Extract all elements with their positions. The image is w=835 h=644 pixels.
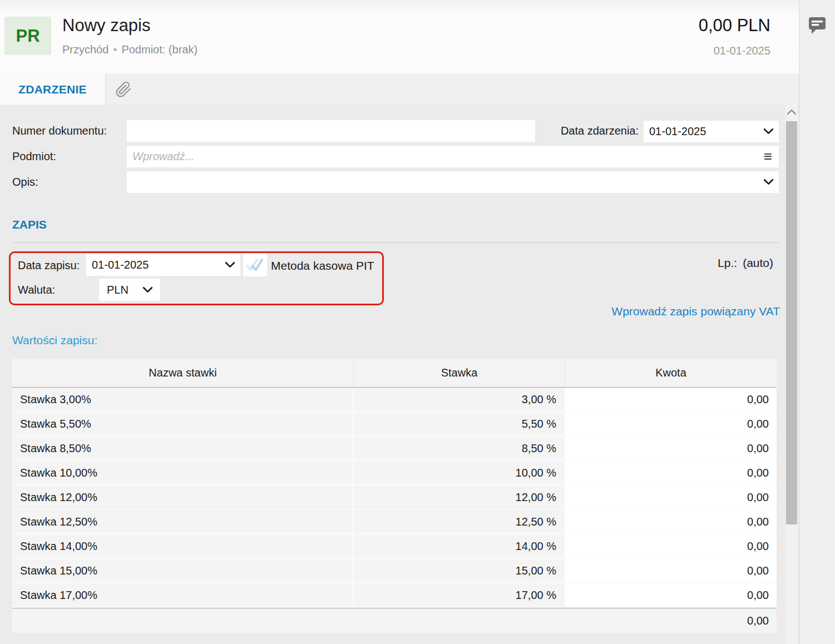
entry-date-value: 01-01-2025 xyxy=(92,254,149,276)
rate-value-cell: 10,00 % xyxy=(354,461,565,484)
rate-name-cell: Stawka 12,00% xyxy=(12,486,354,509)
table-row: Stawka 12,50%12,50 %0,00 xyxy=(12,510,777,534)
entry-date-label: Data zapisu: xyxy=(18,255,80,276)
amount-input[interactable]: 0,00 xyxy=(565,559,777,582)
column-header-amount: Kwota xyxy=(565,359,777,387)
total-amount: 0,00 PLN xyxy=(699,16,770,36)
document-number-input[interactable] xyxy=(127,120,535,142)
table-row: Stawka 15,00%15,00 %0,00 xyxy=(12,559,777,583)
hamburger-icon[interactable]: ≡ xyxy=(764,146,772,167)
app-window: PR Nowy zapis Przychód•Podmiot: (brak) 0… xyxy=(0,0,835,644)
vat-link[interactable]: Wprowadź zapis powiązany VAT xyxy=(501,305,780,318)
separator-dot: • xyxy=(113,43,117,56)
rate-value-cell: 3,00 % xyxy=(354,388,565,411)
amount-input[interactable]: 0,00 xyxy=(565,583,777,607)
entity-field[interactable]: ≡ xyxy=(127,146,779,167)
column-header-name: Nazwa stawki xyxy=(12,359,354,387)
document-number-field[interactable] xyxy=(127,120,535,142)
rate-name-cell: Stawka 3,00% xyxy=(12,388,354,411)
cash-method-checkbox[interactable] xyxy=(243,254,267,276)
table-header-row: Nazwa stawki Stawka Kwota xyxy=(12,359,777,388)
record-type-label: Przychód xyxy=(62,43,108,56)
rate-name-cell: Stawka 17,00% xyxy=(12,583,354,607)
rate-value-cell: 15,00 % xyxy=(354,559,565,582)
rate-name-cell: Stawka 8,50% xyxy=(12,437,354,460)
table-row: Stawka 10,00%10,00 %0,00 xyxy=(12,461,777,486)
double-check-icon xyxy=(245,257,265,273)
total-name-cell xyxy=(12,608,354,633)
table-row: Stawka 3,00%3,00 %0,00 xyxy=(12,388,777,412)
amount-input[interactable]: 0,00 xyxy=(565,534,777,558)
cash-method-label: Metoda kasowa PIT xyxy=(271,255,374,276)
total-row: 0,00 xyxy=(12,608,777,633)
lp-label: Lp.: xyxy=(718,256,737,269)
tab-attachments[interactable] xyxy=(106,74,141,105)
rate-value-cell: 8,50 % xyxy=(354,437,565,460)
vertical-scrollbar[interactable] xyxy=(785,105,798,644)
amount-input[interactable]: 0,00 xyxy=(565,388,777,411)
event-date-field[interactable]: 01-01-2025 xyxy=(644,121,779,142)
scrollbar-thumb[interactable] xyxy=(786,121,797,524)
record-subtitle: Przychód•Podmiot: (brak) xyxy=(62,43,197,56)
chevron-up-icon xyxy=(787,110,796,115)
currency-value: PLN xyxy=(107,279,129,301)
rate-name-cell: Stawka 14,00% xyxy=(12,534,354,558)
record-type-badge: PR xyxy=(4,17,51,55)
record-header: PR Nowy zapis Przychód•Podmiot: (brak) 0… xyxy=(0,0,799,74)
paperclip-icon xyxy=(115,81,132,98)
currency-select[interactable]: PLN xyxy=(99,279,160,301)
table-row: Stawka 14,00%14,00 %0,00 xyxy=(12,534,777,559)
tab-label: ZDARZENIE xyxy=(18,83,87,96)
tab-bar: ZDARZENIE xyxy=(0,74,799,105)
section-divider xyxy=(12,242,779,243)
tab-zdarzenie[interactable]: ZDARZENIE xyxy=(0,74,106,105)
rate-name-cell: Stawka 12,50% xyxy=(12,510,354,533)
scroll-up-button[interactable] xyxy=(785,108,798,117)
event-date-label: Data zdarzenia: xyxy=(528,120,639,142)
description-input[interactable] xyxy=(127,171,779,193)
comments-button[interactable] xyxy=(807,14,827,36)
record-entity-label: Podmiot: (brak) xyxy=(121,43,197,56)
entity-label: Podmiot: xyxy=(12,146,56,167)
total-rate-cell xyxy=(354,608,565,633)
rate-value-cell: 12,00 % xyxy=(354,486,565,509)
entity-input[interactable] xyxy=(127,146,779,167)
table-row: Stawka 8,50%8,50 %0,00 xyxy=(12,437,777,461)
description-field[interactable] xyxy=(127,171,779,193)
chevron-down-icon xyxy=(764,128,773,135)
total-amount-cell: 0,00 xyxy=(565,608,777,633)
chevron-down-icon xyxy=(764,179,773,185)
document-number-label: Numer dokumentu: xyxy=(12,120,107,142)
chevron-down-icon xyxy=(143,287,152,293)
zapis-section-title: ZAPIS xyxy=(12,218,47,231)
description-label: Opis: xyxy=(12,171,38,193)
event-date-value: 01-01-2025 xyxy=(649,121,706,142)
currency-label: Waluta: xyxy=(18,279,55,301)
right-rail xyxy=(799,0,835,644)
rate-name-cell: Stawka 15,00% xyxy=(12,559,354,582)
table-caption: Wartości zapisu: xyxy=(12,334,97,347)
rate-value-cell: 12,50 % xyxy=(354,510,565,533)
table-row: Stawka 17,00%17,00 %0,00 xyxy=(12,583,777,608)
comment-icon xyxy=(807,14,827,36)
entry-date-field[interactable]: 01-01-2025 xyxy=(86,254,240,276)
rate-name-cell: Stawka 5,50% xyxy=(12,412,354,435)
table-row: Stawka 5,50%5,50 %0,00 xyxy=(12,412,777,437)
rate-value-cell: 17,00 % xyxy=(354,583,565,607)
rate-name-cell: Stawka 10,00% xyxy=(12,461,354,484)
rate-table: Nazwa stawki Stawka Kwota Stawka 3,00%3,… xyxy=(12,359,777,633)
lp-line: Lp.:(auto) xyxy=(612,256,773,270)
rate-value-cell: 5,50 % xyxy=(354,412,565,435)
column-header-rate: Stawka xyxy=(354,359,565,387)
amount-input[interactable]: 0,00 xyxy=(565,437,777,460)
amount-input[interactable]: 0,00 xyxy=(565,412,777,435)
amount-input[interactable]: 0,00 xyxy=(565,486,777,509)
lp-value: (auto) xyxy=(743,256,773,269)
page-title: Nowy zapis xyxy=(62,16,151,36)
record-date: 01-01-2025 xyxy=(714,44,770,57)
rate-value-cell: 14,00 % xyxy=(354,534,565,558)
amount-input[interactable]: 0,00 xyxy=(565,510,777,533)
table-row: Stawka 12,00%12,00 %0,00 xyxy=(12,486,777,510)
amount-input[interactable]: 0,00 xyxy=(565,461,777,484)
rate-table-body: Stawka 3,00%3,00 %0,00Stawka 5,50%5,50 %… xyxy=(12,388,777,608)
